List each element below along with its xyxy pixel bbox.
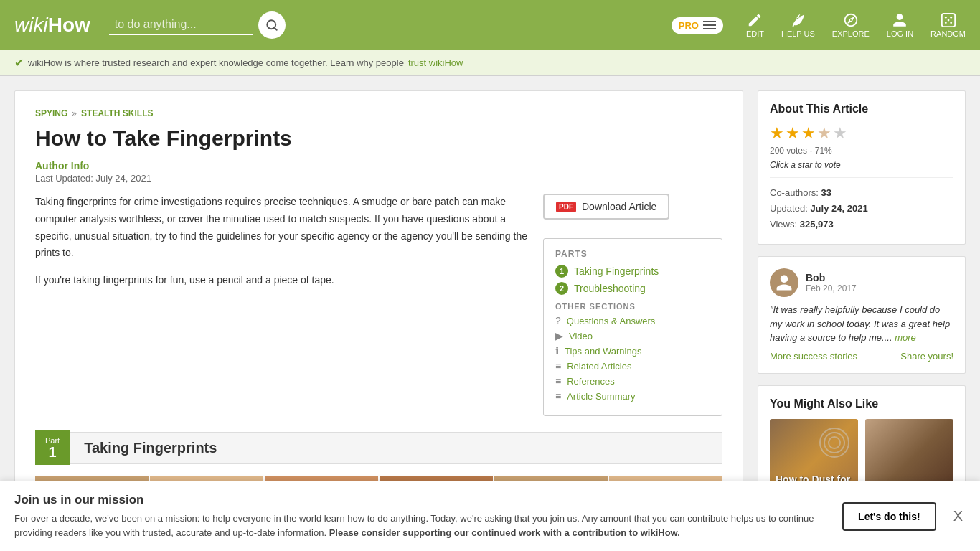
search-input[interactable]	[109, 15, 253, 35]
video-label: Video	[569, 331, 593, 342]
references-label: References	[567, 376, 614, 387]
trust-text: wikiHow is where trusted research and ex…	[28, 57, 404, 68]
review-text: "It was really helpfully because I could…	[770, 303, 953, 345]
also-like-title: You Might Also Like	[770, 397, 953, 410]
trust-link[interactable]: trust wikiHow	[408, 57, 463, 68]
search-icon	[265, 19, 278, 32]
nav-help-us[interactable]: HELP US	[781, 12, 815, 38]
last-updated-value: July 24, 2021	[96, 173, 151, 184]
part-1-num: 1	[555, 265, 568, 278]
qa-icon: ?	[555, 315, 561, 326]
summary-label: Article Summary	[567, 391, 635, 402]
share-yours-link[interactable]: Share yours!	[900, 351, 953, 362]
nav-icons: EDIT HELP US EXPLORE LOG IN RANDOM	[746, 12, 966, 38]
about-divider	[770, 177, 953, 178]
part-1-link[interactable]: 1 Taking Fingerprints	[555, 265, 710, 278]
part-2-num: 2	[555, 282, 568, 295]
star-5[interactable]: ★	[833, 124, 847, 143]
part-header: Part 1 Taking Fingerprints	[35, 430, 722, 465]
part-2-link[interactable]: 2 Troubleshooting	[555, 282, 710, 295]
pro-button[interactable]: PRO	[672, 17, 723, 34]
intro-paragraph-2: If you're taking fingerprints for fun, u…	[35, 272, 529, 289]
vote-info: 200 votes - 71%	[770, 146, 953, 156]
updated-label: Updated:	[770, 203, 808, 214]
nav-explore[interactable]: EXPLORE	[832, 12, 870, 38]
more-success-link[interactable]: More success stories	[770, 351, 857, 362]
parts-title: PARTS	[555, 249, 710, 259]
close-notification-button[interactable]: X	[951, 505, 966, 517]
checkmark-icon: ✔	[14, 56, 24, 70]
lets-do-button[interactable]: Let's do this!	[842, 502, 936, 517]
other-sections-title: OTHER SECTIONS	[555, 302, 710, 311]
part-label-box: Part 1	[35, 430, 70, 465]
logo-how: How	[48, 14, 90, 37]
review-more[interactable]: more	[895, 332, 916, 343]
dice-icon	[941, 12, 956, 28]
coauthors-label: Co-authors:	[770, 187, 819, 198]
logo[interactable]: wikiHow	[14, 14, 90, 37]
article-text: Taking fingerprints for crime investigat…	[35, 194, 529, 416]
notification-bar: Join us in our mission For over a decade…	[0, 481, 980, 517]
views-value: 325,973	[800, 219, 834, 230]
review-actions: More success stories Share yours!	[770, 351, 953, 362]
tips-icon: ℹ	[555, 345, 559, 357]
article-area: SPYING » STEALTH SKILLS How to Take Fing…	[14, 90, 743, 517]
download-article-button[interactable]: PDF Download Article	[543, 194, 669, 220]
review-box: Bob Feb 20, 2017 "It was really helpfull…	[758, 256, 966, 374]
person-icon	[892, 12, 908, 28]
hamburger-icon	[703, 21, 716, 29]
related-icon: ≡	[555, 360, 561, 372]
nav-random[interactable]: RANDOM	[930, 12, 966, 38]
reviewer-avatar	[770, 268, 798, 297]
svg-point-7	[947, 19, 949, 22]
last-updated: Last Updated: July 24, 2021	[35, 173, 722, 184]
reviewer-date: Feb 20, 2017	[806, 283, 857, 293]
star-2[interactable]: ★	[786, 124, 800, 143]
star-3[interactable]: ★	[801, 124, 816, 143]
breadcrumb: SPYING » STEALTH SKILLS	[35, 108, 722, 118]
author-info[interactable]: Author Info	[35, 160, 722, 171]
trust-bar: ✔ wikiHow is where trusted research and …	[0, 50, 980, 76]
references-link[interactable]: ≡ References	[555, 375, 710, 387]
video-icon: ▶	[555, 330, 563, 342]
tips-label: Tips and Warnings	[565, 346, 641, 357]
nav-log-in[interactable]: LOG IN	[887, 12, 913, 38]
breadcrumb-spying[interactable]: SPYING	[35, 108, 67, 118]
svg-point-4	[950, 17, 952, 19]
pro-label: PRO	[679, 20, 699, 31]
reviewer-info: Bob Feb 20, 2017	[806, 272, 857, 293]
breadcrumb-separator: »	[72, 108, 77, 118]
qa-link[interactable]: ? Questions & Answers	[555, 315, 710, 326]
star-1[interactable]: ★	[770, 124, 784, 143]
video-link[interactable]: ▶ Video	[555, 330, 710, 342]
summary-link[interactable]: ≡ Article Summary	[555, 390, 710, 402]
breadcrumb-stealth[interactable]: STEALTH SKILLS	[81, 108, 153, 118]
svg-point-6	[950, 22, 952, 24]
notification-title: Join us in our mission	[14, 493, 828, 507]
article-intro: Taking fingerprints for crime investigat…	[35, 194, 722, 416]
notification-content: Join us in our mission For over a decade…	[14, 493, 828, 517]
click-vote[interactable]: Click a star to vote	[770, 160, 953, 170]
fingerprint-graphic	[816, 425, 852, 461]
last-updated-label: Last Updated:	[35, 173, 93, 184]
nav-edit[interactable]: EDIT	[746, 12, 764, 38]
about-box: About This Article ★ ★ ★ ★ ★ 200 votes -…	[758, 90, 966, 245]
search-button[interactable]	[258, 11, 286, 39]
qa-label: Questions & Answers	[567, 316, 656, 326]
notification-body: For over a decade, we've been on a missi…	[14, 512, 828, 517]
coauthors-value: 33	[821, 187, 831, 198]
star-4[interactable]: ★	[817, 124, 831, 143]
svg-point-9	[824, 433, 844, 453]
part-section-title: Taking Fingerprints	[70, 432, 722, 464]
reviewer-header: Bob Feb 20, 2017	[770, 268, 953, 297]
references-icon: ≡	[555, 375, 561, 387]
stars[interactable]: ★ ★ ★ ★ ★	[770, 124, 953, 143]
updated-value: July 24, 2021	[810, 203, 867, 214]
related-link[interactable]: ≡ Related Articles	[555, 360, 710, 372]
svg-point-10	[829, 437, 840, 448]
search-container	[109, 11, 339, 39]
svg-line-1	[274, 27, 276, 29]
about-title: About This Article	[770, 103, 953, 116]
tips-link[interactable]: ℹ Tips and Warnings	[555, 345, 710, 357]
download-label: Download Article	[582, 201, 656, 212]
